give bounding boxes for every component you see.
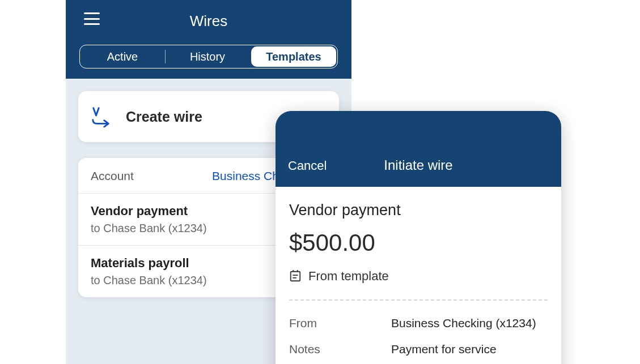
wire-amount: $500.00: [289, 229, 548, 256]
modal-title: Initiate wire: [288, 157, 549, 173]
page-title: Wires: [190, 12, 227, 30]
initiate-wire-screen: Cancel Initiate wire Vendor payment $500…: [276, 111, 561, 364]
tab-active[interactable]: Active: [80, 45, 165, 68]
tab-history[interactable]: History: [165, 45, 250, 68]
wire-name: Vendor payment: [289, 202, 548, 219]
cancel-button[interactable]: Cancel: [288, 159, 327, 173]
account-label: Account: [91, 169, 134, 183]
from-template-label: From template: [308, 269, 389, 284]
create-wire-label: Create wire: [126, 109, 202, 125]
menu-icon[interactable]: [84, 12, 100, 25]
create-wire-icon: [91, 106, 112, 127]
header: Wires Active History Templates: [66, 0, 351, 79]
template-icon: [289, 270, 302, 282]
svg-rect-0: [291, 272, 300, 281]
tab-templates[interactable]: Templates: [251, 46, 336, 67]
modal-header: Cancel Initiate wire: [276, 111, 561, 187]
divider: [289, 299, 548, 301]
from-template-indicator: From template: [289, 269, 548, 284]
modal-body: Vendor payment $500.00 From template Fro…: [276, 187, 561, 364]
detail-label: Notes: [289, 342, 391, 356]
detail-row-from: From Business Checking (x1234): [289, 316, 548, 330]
detail-row-notes: Notes Payment for service: [289, 342, 548, 356]
tabs-segmented-control: Active History Templates: [79, 45, 338, 68]
detail-value: Payment for service: [391, 342, 548, 356]
detail-value: Business Checking (x1234): [391, 316, 548, 330]
detail-label: From: [289, 316, 391, 330]
